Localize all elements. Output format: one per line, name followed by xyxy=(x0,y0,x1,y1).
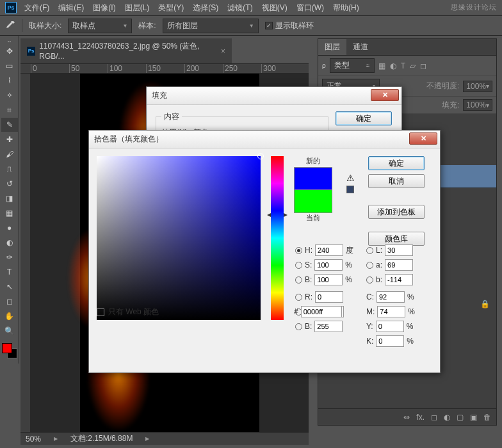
l-radio[interactable] xyxy=(366,247,373,254)
b-field[interactable] xyxy=(314,321,343,332)
folder-icon[interactable]: ▢ xyxy=(457,413,464,422)
menu-view[interactable]: 视图(V) xyxy=(262,3,287,13)
adjust-icon: ◐ xyxy=(390,61,396,70)
link-icon[interactable]: ⇔ xyxy=(403,413,410,422)
menu-image[interactable]: 图像(I) xyxy=(93,3,115,13)
adjust-layer-icon[interactable]: ◐ xyxy=(444,413,450,422)
s-field[interactable] xyxy=(314,259,343,271)
wand-tool[interactable]: ✧ xyxy=(1,88,18,102)
saturation-value-field[interactable] xyxy=(97,156,261,320)
path-tool[interactable]: ↖ xyxy=(1,280,18,294)
ok-button[interactable]: 确定 xyxy=(368,156,425,170)
new-layer-icon[interactable]: ▣ xyxy=(470,413,477,422)
fx-icon[interactable]: fx. xyxy=(416,413,425,422)
fill-field[interactable]: 100% ▾ xyxy=(463,99,492,111)
menu-type[interactable]: 类型(Y) xyxy=(158,3,184,13)
hand-tool[interactable]: ✋ xyxy=(1,309,18,323)
gradient-tool[interactable]: ▦ xyxy=(1,206,18,220)
menu-window[interactable]: 窗口(W) xyxy=(296,3,324,13)
menu-layer[interactable]: 图层(L) xyxy=(125,3,150,13)
hex-field[interactable] xyxy=(301,306,342,317)
divider xyxy=(22,19,22,32)
r-radio[interactable] xyxy=(295,294,302,301)
marquee-tool[interactable]: ▭ xyxy=(1,59,18,73)
menu-select[interactable]: 选择(S) xyxy=(193,3,218,13)
shape-tool[interactable]: ◻ xyxy=(1,294,18,308)
move-tool[interactable]: ✥ xyxy=(1,44,18,58)
warning-swatch[interactable] xyxy=(346,186,354,193)
color-library-button[interactable]: 颜色库 xyxy=(368,232,425,246)
a-field[interactable] xyxy=(385,259,413,271)
lasso-tool[interactable]: ⌇ xyxy=(1,74,18,88)
smart-icon: ◻ xyxy=(420,61,426,70)
menu-help[interactable]: 帮助(H) xyxy=(333,3,359,13)
sample-dropdown[interactable]: 所有图层▼ xyxy=(163,19,259,33)
menu-file[interactable]: 文件(F) xyxy=(24,3,49,13)
c-field[interactable] xyxy=(376,291,405,303)
m-field[interactable] xyxy=(377,306,405,317)
mask-icon[interactable]: ◻ xyxy=(431,413,437,422)
current-color-swatch[interactable] xyxy=(294,190,332,213)
k-field[interactable] xyxy=(376,335,404,347)
new-color-swatch[interactable] xyxy=(294,167,332,190)
picker-titlebar[interactable]: 拾色器（填充颜色） ✕ xyxy=(89,131,440,148)
zoom-value[interactable]: 50% xyxy=(26,435,41,444)
history-brush-tool[interactable]: ↺ xyxy=(1,177,18,191)
h-radio[interactable] xyxy=(295,247,302,254)
crop-tool[interactable]: ⌗ xyxy=(1,103,18,117)
filter-icons[interactable]: ▦◐T▱◻ xyxy=(378,61,426,70)
lb-field[interactable] xyxy=(385,274,413,285)
close-button[interactable]: ✕ xyxy=(371,89,399,101)
panel-grip[interactable]: •• xyxy=(0,38,19,44)
bv-field[interactable] xyxy=(314,274,343,285)
warning-icon[interactable]: ⚠ xyxy=(346,173,355,183)
color-inputs: H:度 S:% B:% R: G: B: L: a: b: C:% M:% Y:… xyxy=(295,244,436,350)
fill-dialog-titlebar[interactable]: 填充 ✕ xyxy=(147,87,401,105)
add-swatch-button[interactable]: 添加到色板 xyxy=(368,205,425,219)
l-field[interactable] xyxy=(385,244,413,256)
b-radio[interactable] xyxy=(295,276,302,284)
fill-label: 填充: xyxy=(442,100,459,111)
tab-channels[interactable]: 通道 xyxy=(346,39,375,55)
hue-pointer: ◂▸ xyxy=(267,210,287,219)
document-tab[interactable]: Ps 11074431_122403780263_2.jpg @ 50% (蓝色… xyxy=(20,38,232,63)
eyedropper-tool[interactable]: ✎ xyxy=(1,118,18,132)
r-field[interactable] xyxy=(315,291,343,303)
menu-edit[interactable]: 编辑(E) xyxy=(58,3,84,13)
stamp-tool[interactable]: ⎍ xyxy=(1,162,18,176)
ruler-vertical xyxy=(20,74,31,432)
web-only-checkbox[interactable]: 只有 Web 颜色 xyxy=(97,307,159,317)
show-ring-checkbox[interactable]: ✓ 显示取样环 xyxy=(265,20,314,31)
sample-size-dropdown[interactable]: 取样点▼ xyxy=(68,19,132,33)
tool-panel: •• ✥ ▭ ⌇ ✧ ⌗ ✎ ✚ 🖌 ⎍ ↺ ◨ ▦ ● ◐ ✑ T ↖ ◻ ✋… xyxy=(0,36,19,364)
blur-tool[interactable]: ● xyxy=(1,221,18,235)
opacity-field[interactable]: 100% ▾ xyxy=(463,81,492,92)
color-swatches[interactable] xyxy=(2,343,17,358)
tab-layers[interactable]: 图层 xyxy=(318,39,346,55)
fill-ok-button[interactable]: 确定 xyxy=(336,111,392,125)
close-icon[interactable]: × xyxy=(221,47,225,56)
a-radio[interactable] xyxy=(366,262,373,269)
type-icon: T xyxy=(401,61,405,70)
close-button[interactable]: ✕ xyxy=(409,132,437,145)
dodge-tool[interactable]: ◐ xyxy=(1,236,18,250)
fg-swatch[interactable] xyxy=(2,343,12,353)
eraser-tool[interactable]: ◨ xyxy=(1,191,18,205)
type-tool[interactable]: T xyxy=(1,265,18,279)
hue-slider[interactable]: ◂▸ xyxy=(271,156,284,320)
pen-tool[interactable]: ✑ xyxy=(1,250,18,264)
h-field[interactable] xyxy=(315,244,343,256)
menu-filter[interactable]: 滤镜(T) xyxy=(227,3,252,13)
trash-icon[interactable]: 🗑 xyxy=(483,413,491,422)
y-field[interactable] xyxy=(376,321,404,332)
heal-tool[interactable]: ✚ xyxy=(1,132,18,147)
s-radio[interactable] xyxy=(295,262,302,269)
zoom-tool[interactable]: 🔍 xyxy=(1,324,18,338)
brush-tool[interactable]: 🖌 xyxy=(1,147,18,161)
cancel-button[interactable]: 取消 xyxy=(368,174,425,188)
filter-kind-dropdown[interactable]: 类型≑ xyxy=(330,58,375,73)
options-bar: 取样大小: 取样点▼ 样本: 所有图层▼ ✓ 显示取样环 xyxy=(0,15,502,36)
bb-radio[interactable] xyxy=(295,323,302,330)
lb-radio[interactable] xyxy=(366,276,373,284)
ps-file-icon: Ps xyxy=(27,47,35,56)
